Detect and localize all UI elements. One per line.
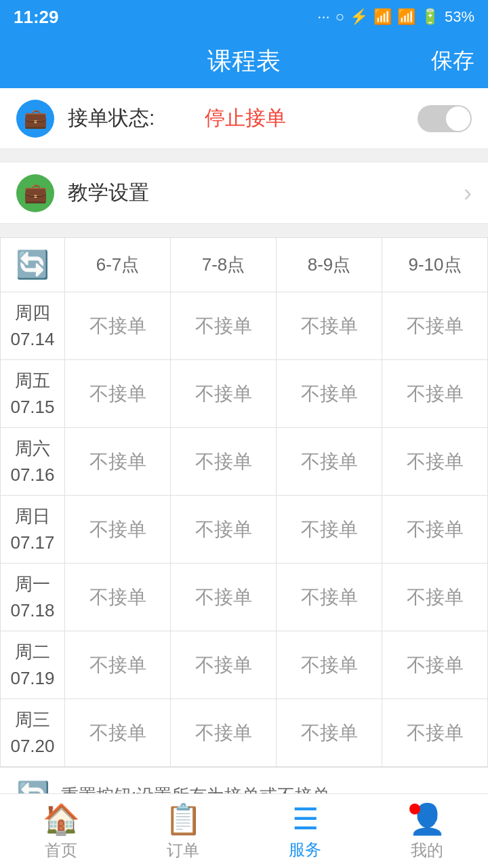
- nav-home-label: 首页: [45, 840, 77, 861]
- notification-dot: [409, 804, 420, 814]
- cell-3-0[interactable]: 不接单: [65, 496, 171, 564]
- cell-0-1[interactable]: 不接单: [171, 292, 277, 360]
- cell-1-2[interactable]: 不接单: [277, 360, 382, 428]
- table-row: 周一07.18不接单不接单不接单不接单: [1, 564, 488, 631]
- table-row: 周日07.17不接单不接单不接单不接单: [1, 496, 488, 564]
- cell-3-3[interactable]: 不接单: [382, 496, 488, 564]
- day-cell-4: 周一07.18: [1, 564, 65, 631]
- cell-6-3[interactable]: 不接单: [382, 699, 488, 767]
- nav-profile[interactable]: 👤 我的: [366, 794, 488, 868]
- header: 课程表 保存: [0, 34, 488, 88]
- day-cell-2: 周六07.16: [1, 428, 65, 496]
- col-header-0: 6-7点: [65, 238, 171, 292]
- cell-4-3[interactable]: 不接单: [382, 564, 488, 631]
- cell-0-2[interactable]: 不接单: [277, 292, 382, 360]
- col-header-3: 9-10点: [382, 238, 488, 292]
- teaching-icon: 💼: [16, 174, 54, 212]
- status-time: 11:29: [14, 7, 59, 28]
- nav-home[interactable]: 🏠 首页: [0, 794, 122, 868]
- day-cell-5: 周二07.19: [1, 631, 65, 699]
- order-status-icon: 💼: [16, 100, 54, 138]
- nav-orders-label: 订单: [167, 840, 199, 861]
- settings-briefcase-icon: 💼: [24, 182, 47, 204]
- day-cell-3: 周日07.17: [1, 496, 65, 564]
- orders-icon: 📋: [165, 802, 202, 837]
- cell-2-0[interactable]: 不接单: [65, 428, 171, 496]
- cell-1-3[interactable]: 不接单: [382, 360, 488, 428]
- table-row: 周六07.16不接单不接单不接单不接单: [1, 428, 488, 496]
- cell-2-2[interactable]: 不接单: [277, 428, 382, 496]
- cell-0-3[interactable]: 不接单: [382, 292, 488, 360]
- cell-6-0[interactable]: 不接单: [65, 699, 171, 767]
- bluetooth-icon: ⚡: [350, 8, 368, 26]
- briefcase-icon: 💼: [24, 107, 47, 130]
- signal-icon: 📶: [397, 8, 415, 26]
- order-status-label: 接单状态:: [68, 104, 199, 132]
- order-status-row: 💼 接单状态: 停止接单: [0, 88, 488, 149]
- cell-3-2[interactable]: 不接单: [277, 496, 382, 564]
- col-header-2: 8-9点: [277, 238, 382, 292]
- battery-icon: 🔋: [421, 8, 439, 26]
- cell-4-2[interactable]: 不接单: [277, 564, 382, 631]
- cell-5-1[interactable]: 不接单: [171, 631, 277, 699]
- cell-6-1[interactable]: 不接单: [171, 699, 277, 767]
- schedule-table: 🔄 6-7点 7-8点 8-9点 9-10点 周四07.14不接单不接单不接单不…: [0, 237, 488, 767]
- home-icon: 🏠: [43, 802, 80, 837]
- chevron-right-icon: ›: [464, 179, 472, 208]
- refresh-icon[interactable]: 🔄: [16, 250, 49, 279]
- table-row: 周四07.14不接单不接单不接单不接单: [1, 292, 488, 360]
- nav-orders[interactable]: 📋 订单: [122, 794, 244, 868]
- divider-1: [0, 149, 488, 163]
- day-cell-6: 周三07.20: [1, 699, 65, 767]
- order-status-value: 停止接单: [205, 104, 286, 132]
- nav-service-label: 服务: [289, 839, 321, 861]
- cell-6-2[interactable]: 不接单: [277, 699, 382, 767]
- cell-5-3[interactable]: 不接单: [382, 631, 488, 699]
- teaching-settings-label: 教学设置: [68, 179, 464, 207]
- cell-5-2[interactable]: 不接单: [277, 631, 382, 699]
- col-header-1: 7-8点: [171, 238, 277, 292]
- table-row: 周二07.19不接单不接单不接单不接单: [1, 631, 488, 699]
- signal-dots-icon: ···: [317, 8, 329, 26]
- sim-icon: ○: [336, 8, 344, 26]
- day-cell-0: 周四07.14: [1, 292, 65, 360]
- teaching-settings-row[interactable]: 💼 教学设置 ›: [0, 163, 488, 224]
- status-icons: ··· ○ ⚡ 📶 📶 🔋 53%: [317, 8, 474, 26]
- nav-profile-label: 我的: [411, 840, 443, 861]
- table-row: 周三07.20不接单不接单不接单不接单: [1, 699, 488, 767]
- status-bar: 11:29 ··· ○ ⚡ 📶 📶 🔋 53%: [0, 0, 488, 34]
- cell-3-1[interactable]: 不接单: [171, 496, 277, 564]
- order-status-toggle[interactable]: [418, 105, 472, 132]
- day-cell-1: 周五07.15: [1, 360, 65, 428]
- cell-4-1[interactable]: 不接单: [171, 564, 277, 631]
- cell-2-1[interactable]: 不接单: [171, 428, 277, 496]
- cell-2-3[interactable]: 不接单: [382, 428, 488, 496]
- bottom-nav: 🏠 首页 📋 订单 ☰ 服务 👤 我的: [0, 793, 488, 868]
- cell-5-0[interactable]: 不接单: [65, 631, 171, 699]
- cell-1-0[interactable]: 不接单: [65, 360, 171, 428]
- schedule-container: 🔄 6-7点 7-8点 8-9点 9-10点 周四07.14不接单不接单不接单不…: [0, 237, 488, 767]
- nav-service[interactable]: ☰ 服务: [244, 794, 366, 868]
- service-icon: ☰: [292, 802, 319, 836]
- table-row: 周五07.15不接单不接单不接单不接单: [1, 360, 488, 428]
- divider-2: [0, 224, 488, 237]
- battery-percentage: 53%: [445, 8, 474, 26]
- save-button[interactable]: 保存: [431, 46, 474, 76]
- cell-4-0[interactable]: 不接单: [65, 564, 171, 631]
- wifi-icon: 📶: [373, 8, 392, 26]
- cell-0-0[interactable]: 不接单: [65, 292, 171, 360]
- page-title: 课程表: [207, 45, 281, 78]
- cell-1-1[interactable]: 不接单: [171, 360, 277, 428]
- refresh-header-cell[interactable]: 🔄: [1, 238, 65, 292]
